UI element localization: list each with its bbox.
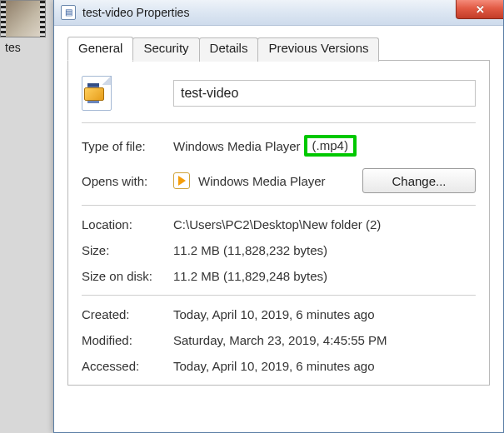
location-value: C:\Users\PC2\Desktop\New folder (2)	[173, 217, 476, 231]
change-opens-with-button[interactable]: Change...	[362, 168, 476, 193]
created-value: Today, April 10, 2019, 6 minutes ago	[173, 307, 476, 321]
opens-with-label: Opens with:	[82, 174, 173, 188]
close-button[interactable]: ✕	[456, 0, 503, 19]
close-icon: ✕	[476, 3, 485, 16]
separator	[82, 122, 476, 123]
type-of-file-value: Windows Media Player	[173, 139, 301, 153]
file-thumbnail-icon	[0, 0, 46, 37]
file-type-icon	[82, 76, 112, 111]
general-tabpanel: Type of file: Windows Media Player (.mp4…	[67, 61, 490, 386]
opens-with-app: Windows Media Player	[198, 174, 326, 188]
location-label: Location:	[82, 217, 173, 231]
wmp-play-icon	[173, 172, 190, 189]
tab-previous-versions[interactable]: Previous Versions	[257, 37, 379, 62]
accessed-value: Today, April 10, 2019, 6 minutes ago	[173, 359, 476, 373]
size-label: Size:	[82, 243, 173, 257]
created-label: Created:	[82, 307, 173, 321]
filename-input[interactable]	[173, 80, 476, 107]
tabstrip: General Security Details Previous Versio…	[67, 36, 490, 61]
client-area: General Security Details Previous Versio…	[54, 26, 503, 432]
window-title: test-video Properties	[82, 6, 189, 19]
size-value: 11.2 MB (11,828,232 bytes)	[173, 243, 476, 257]
modified-value: Saturday, March 23, 2019, 4:45:55 PM	[173, 333, 476, 347]
modified-label: Modified:	[82, 333, 173, 347]
titlebar[interactable]: ▤ test-video Properties ✕	[54, 0, 503, 26]
tab-general[interactable]: General	[67, 37, 133, 61]
accessed-label: Accessed:	[82, 359, 173, 373]
tab-security[interactable]: Security	[132, 37, 199, 62]
desktop-file-behind: tes	[0, 0, 46, 54]
file-thumbnail-label: tes	[0, 37, 46, 54]
window-control-icon: ▤	[61, 5, 76, 20]
tab-details[interactable]: Details	[199, 37, 259, 62]
separator	[82, 295, 476, 296]
properties-window: ▤ test-video Properties ✕ General Securi…	[53, 0, 504, 433]
separator	[82, 205, 476, 206]
size-on-disk-value: 11.2 MB (11,829,248 bytes)	[173, 269, 476, 283]
type-of-file-label: Type of file:	[82, 139, 173, 153]
file-extension-highlight: (.mp4)	[304, 135, 357, 157]
size-on-disk-label: Size on disk:	[82, 269, 173, 283]
